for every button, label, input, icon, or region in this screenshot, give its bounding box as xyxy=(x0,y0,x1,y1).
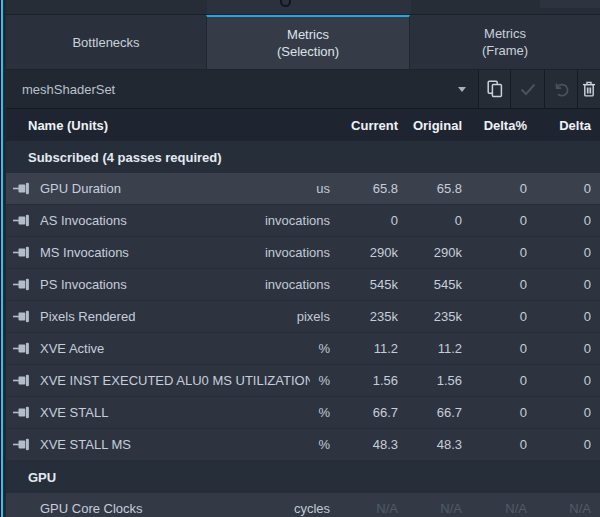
tab-metrics-frame[interactable]: Metrics (Frame) xyxy=(410,15,600,69)
table-row[interactable]: XVE INST EXECUTED ALU0 MS UTILIZATION%1.… xyxy=(0,365,600,397)
table-row[interactable]: GPU Core ClockscyclesN/AN/AN/AN/A xyxy=(0,493,600,517)
value-current: 0 xyxy=(330,213,398,228)
section-label: Subscribed (4 passes required) xyxy=(28,150,222,165)
pin-icon[interactable] xyxy=(0,406,40,419)
metric-unit: invocations xyxy=(257,277,330,292)
metric-set-value: meshShaderSet xyxy=(0,82,458,97)
pin-icon[interactable] xyxy=(0,246,40,259)
table-row[interactable]: AS Invocationsinvocations0000 xyxy=(0,205,600,237)
metric-unit: % xyxy=(310,437,330,452)
value-original: N/A xyxy=(398,501,462,516)
value-original: 11.2 xyxy=(398,341,462,356)
column-header-delta-pct[interactable]: Delta% xyxy=(462,118,527,133)
metric-name: PS Invocations xyxy=(40,277,257,292)
tab-bottlenecks[interactable]: Bottlenecks xyxy=(6,15,206,69)
pin-icon[interactable] xyxy=(0,374,40,387)
value-delta-pct: 0 xyxy=(462,181,527,196)
table-row[interactable]: XVE Active%11.211.200 xyxy=(0,333,600,365)
value-original: 290k xyxy=(398,245,462,260)
pin-icon[interactable] xyxy=(0,310,40,323)
apply-button[interactable] xyxy=(511,70,545,108)
value-delta-pct: 0 xyxy=(462,309,527,324)
value-delta-pct: 0 xyxy=(462,437,527,452)
metric-set-toolbar: meshShaderSet xyxy=(0,70,600,109)
value-current: 235k xyxy=(330,309,398,324)
section-header-row: Subscribed (4 passes required) xyxy=(0,141,600,173)
value-delta: 0 xyxy=(527,373,591,388)
undo-icon xyxy=(552,81,570,97)
value-delta: 0 xyxy=(527,181,591,196)
column-header-current[interactable]: Current xyxy=(330,118,398,133)
value-original: 1.56 xyxy=(398,373,462,388)
delete-button[interactable] xyxy=(578,70,600,108)
metrics-table-body: Subscribed (4 passes required) GPU Durat… xyxy=(0,141,600,517)
value-current: 65.8 xyxy=(330,181,398,196)
value-original: 545k xyxy=(398,277,462,292)
pin-icon[interactable] xyxy=(0,438,40,451)
metric-unit: cycles xyxy=(286,501,330,516)
pin-icon[interactable] xyxy=(0,182,40,195)
tab-bar: Bottlenecks Metrics (Selection) Metrics … xyxy=(0,15,600,70)
metric-unit: us xyxy=(308,181,330,196)
metric-unit: pixels xyxy=(289,309,330,324)
metric-name: GPU Core Clocks xyxy=(40,501,286,516)
column-header-original[interactable]: Original xyxy=(398,118,462,133)
value-current: 48.3 xyxy=(330,437,398,452)
metric-unit: % xyxy=(310,341,330,356)
value-original: 0 xyxy=(398,213,462,228)
window-left-accent-edge xyxy=(0,0,6,517)
copy-button[interactable] xyxy=(479,70,511,108)
pin-icon[interactable] xyxy=(0,342,40,355)
tab-metrics-selection[interactable]: Metrics (Selection) xyxy=(206,15,410,69)
value-delta: 0 xyxy=(527,213,591,228)
value-delta-pct: N/A xyxy=(462,501,527,516)
value-current: 66.7 xyxy=(330,405,398,420)
chevron-down-icon[interactable] xyxy=(458,87,466,92)
section-label: GPU xyxy=(28,470,56,485)
value-delta: 0 xyxy=(527,309,591,324)
value-current: N/A xyxy=(330,501,398,516)
metric-name: MS Invocations xyxy=(40,245,257,260)
table-row[interactable]: PS Invocationsinvocations545k545k00 xyxy=(0,269,600,301)
table-row[interactable]: XVE STALL%66.766.700 xyxy=(0,397,600,429)
pin-icon[interactable] xyxy=(0,214,40,227)
top-strip xyxy=(0,0,600,15)
metric-name: XVE Active xyxy=(40,341,310,356)
value-delta-pct: 0 xyxy=(462,341,527,356)
value-original: 65.8 xyxy=(398,181,462,196)
value-delta: 0 xyxy=(527,277,591,292)
table-row[interactable]: GPU Durationus65.865.800 xyxy=(0,173,600,205)
copy-icon xyxy=(487,80,503,98)
active-tab-top-shade xyxy=(207,0,411,14)
value-delta: N/A xyxy=(527,501,591,516)
value-delta: 0 xyxy=(527,405,591,420)
column-header-delta[interactable]: Delta xyxy=(527,118,591,133)
value-delta: 0 xyxy=(527,437,591,452)
value-delta-pct: 0 xyxy=(462,405,527,420)
column-header-name[interactable]: Name (Units) xyxy=(0,118,330,133)
metric-unit: invocations xyxy=(257,213,330,228)
table-header-row: Name (Units) Current Original Delta% Del… xyxy=(0,109,600,141)
value-original: 235k xyxy=(398,309,462,324)
metric-name: GPU Duration xyxy=(40,181,308,196)
metric-name: XVE INST EXECUTED ALU0 MS UTILIZATION xyxy=(40,373,310,388)
metric-name: XVE STALL MS xyxy=(40,437,310,452)
section-header-row: GPU xyxy=(0,461,600,493)
value-delta: 0 xyxy=(527,341,591,356)
metric-unit: % xyxy=(310,373,330,388)
metric-name: Pixels Rendered xyxy=(40,309,289,324)
value-delta: 0 xyxy=(527,245,591,260)
value-original: 48.3 xyxy=(398,437,462,452)
table-row[interactable]: Pixels Renderedpixels235k235k00 xyxy=(0,301,600,333)
value-original: 66.7 xyxy=(398,405,462,420)
value-delta-pct: 0 xyxy=(462,373,527,388)
trash-icon xyxy=(582,81,596,97)
table-row[interactable]: XVE STALL MS%48.348.300 xyxy=(0,429,600,461)
undo-button[interactable] xyxy=(545,70,578,108)
table-row[interactable]: MS Invocationsinvocations290k290k00 xyxy=(0,237,600,269)
metric-name: XVE STALL xyxy=(40,405,310,420)
pin-icon[interactable] xyxy=(0,278,40,291)
metric-unit: % xyxy=(310,405,330,420)
metric-name: AS Invocations xyxy=(40,213,257,228)
metric-set-combobox[interactable]: meshShaderSet xyxy=(0,70,479,108)
